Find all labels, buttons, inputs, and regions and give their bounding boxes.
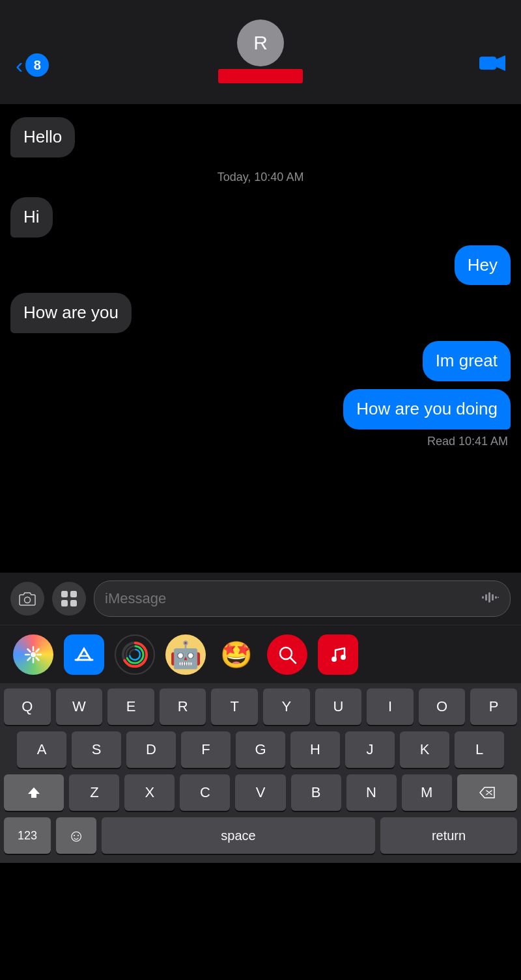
keyboard-row-1: Q W E R T Y U I O P (4, 688, 517, 725)
header: ‹ 8 R (0, 0, 521, 104)
key-t[interactable]: T (211, 688, 258, 725)
read-receipt: Read 10:41 AM (10, 435, 511, 448)
messages-area: Hello Today, 10:40 AM Hi Hey How are you… (0, 104, 521, 573)
key-d[interactable]: D (126, 731, 176, 768)
key-j[interactable]: J (345, 731, 395, 768)
key-a[interactable]: A (17, 731, 66, 768)
key-c[interactable]: C (180, 774, 230, 811)
key-g[interactable]: G (236, 731, 285, 768)
svg-point-21 (331, 657, 337, 662)
contact-info[interactable]: R (218, 20, 303, 83)
svg-point-13 (31, 652, 36, 657)
memoji2-icon[interactable]: 🤩 (216, 634, 257, 675)
key-s[interactable]: S (72, 731, 121, 768)
space-key[interactable]: space (102, 817, 375, 854)
timestamp-1: Today, 10:40 AM (10, 165, 511, 189)
key-e[interactable]: E (107, 688, 154, 725)
key-r[interactable]: R (160, 688, 206, 725)
back-chevron-icon: ‹ (16, 54, 23, 76)
svg-rect-4 (70, 591, 77, 597)
keyboard: Q W E R T Y U I O P A S D F G H J K L Z … (0, 683, 521, 863)
key-m[interactable]: M (402, 774, 452, 811)
svg-rect-7 (482, 596, 484, 599)
message-bubble-received-2: Hi (10, 197, 53, 238)
message-bubble-received-3: How are you (10, 293, 132, 333)
keyboard-row-2: A S D F G H J K L (4, 731, 517, 768)
key-x[interactable]: X (124, 774, 175, 811)
key-z[interactable]: Z (69, 774, 119, 811)
appstore-icon[interactable] (64, 634, 104, 675)
photos-app-icon[interactable] (13, 634, 53, 675)
message-input[interactable] (105, 590, 481, 607)
key-v[interactable]: V (235, 774, 285, 811)
message-bubble-sent-2: Im great (423, 341, 511, 381)
apps-button[interactable] (52, 582, 86, 616)
svg-rect-12 (498, 597, 499, 598)
svg-rect-8 (485, 594, 487, 601)
svg-rect-3 (61, 591, 68, 597)
svg-rect-10 (492, 594, 494, 601)
key-k[interactable]: K (400, 731, 449, 768)
svg-marker-1 (496, 55, 505, 71)
input-bar (0, 573, 521, 625)
return-key[interactable]: return (380, 817, 517, 854)
shift-key[interactable] (4, 774, 64, 811)
message-bubble-received-1: Hello (10, 117, 75, 157)
back-badge: 8 (25, 53, 49, 77)
avatar: R (237, 20, 284, 66)
emoji-key[interactable]: ☺ (56, 817, 96, 854)
svg-rect-11 (495, 596, 497, 599)
key-n[interactable]: N (346, 774, 397, 811)
key-o[interactable]: O (419, 688, 466, 725)
key-q[interactable]: Q (4, 688, 51, 725)
key-h[interactable]: H (290, 731, 340, 768)
music-icon[interactable] (318, 634, 358, 675)
keyboard-row-3: Z X C V B N M (4, 774, 517, 811)
back-button[interactable]: ‹ 8 (16, 53, 49, 77)
message-input-wrap[interactable] (94, 580, 511, 617)
svg-point-22 (341, 655, 346, 660)
message-bubble-sent-1: Hey (455, 245, 511, 286)
audio-icon (481, 589, 500, 609)
key-l[interactable]: L (455, 731, 504, 768)
svg-rect-0 (479, 57, 496, 70)
globe-search-icon[interactable] (267, 634, 307, 675)
app-drawer: 🤖 🤩 (0, 625, 521, 683)
svg-point-2 (25, 597, 31, 603)
svg-rect-5 (61, 600, 68, 606)
numbers-key[interactable]: 123 (4, 817, 51, 854)
message-bubble-sent-3: How are you doing (343, 389, 511, 429)
memoji1-icon[interactable]: 🤖 (165, 634, 206, 675)
keyboard-row-4: 123 ☺ space return (4, 817, 517, 854)
activity-icon[interactable] (115, 634, 155, 675)
svg-rect-9 (488, 592, 490, 603)
contact-name-bar (218, 69, 303, 83)
svg-rect-6 (70, 600, 77, 606)
key-b[interactable]: B (291, 774, 341, 811)
key-p[interactable]: P (470, 688, 517, 725)
key-y[interactable]: Y (263, 688, 310, 725)
key-f[interactable]: F (181, 731, 231, 768)
key-i[interactable]: I (367, 688, 414, 725)
key-u[interactable]: U (315, 688, 362, 725)
camera-button[interactable] (10, 582, 44, 616)
delete-key[interactable] (457, 774, 517, 811)
video-call-button[interactable] (479, 54, 505, 77)
key-w[interactable]: W (56, 688, 103, 725)
